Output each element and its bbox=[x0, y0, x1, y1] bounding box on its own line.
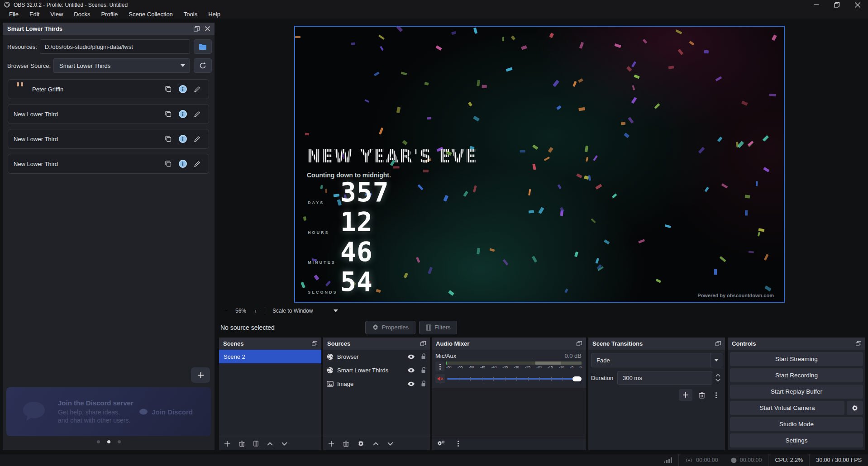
scene-filters-icon[interactable] bbox=[253, 441, 258, 447]
chat-bubble-icon bbox=[21, 400, 47, 423]
lower-third-row[interactable]: New Lower Third bbox=[8, 154, 209, 174]
volume-slider[interactable] bbox=[447, 376, 582, 382]
visibility-eye-icon[interactable] bbox=[407, 354, 415, 359]
properties-button[interactable]: Properties bbox=[365, 321, 415, 334]
scale-mode-select[interactable]: Scale to Window bbox=[269, 308, 342, 314]
start-replay-buffer-button[interactable]: Start Replay Buffer bbox=[730, 385, 863, 399]
advanced-audio-gear-icon[interactable] bbox=[437, 440, 445, 447]
restore-button[interactable] bbox=[826, 0, 847, 10]
menu-help[interactable]: Help bbox=[203, 10, 226, 19]
add-source-icon[interactable] bbox=[328, 441, 334, 447]
copy-icon[interactable] bbox=[165, 135, 172, 143]
copy-icon[interactable] bbox=[165, 110, 172, 118]
add-scene-icon[interactable] bbox=[224, 441, 230, 447]
info-icon[interactable] bbox=[179, 135, 187, 143]
close-panel-icon[interactable] bbox=[205, 26, 210, 31]
popout-icon[interactable] bbox=[577, 341, 582, 346]
browse-folder-button[interactable] bbox=[194, 39, 212, 54]
edit-pencil-icon[interactable] bbox=[194, 161, 200, 167]
menu-scene-collection[interactable]: Scene Collection bbox=[123, 10, 178, 19]
browser-source-select[interactable]: Smart Lower Thirds bbox=[53, 58, 190, 73]
move-source-down-icon[interactable] bbox=[387, 442, 393, 446]
discord-banner[interactable]: Join the Discord server Get help, share … bbox=[6, 387, 211, 436]
refresh-button[interactable] bbox=[194, 58, 212, 73]
copy-icon[interactable] bbox=[165, 160, 172, 167]
visibility-eye-icon[interactable] bbox=[407, 381, 415, 386]
move-scene-down-icon[interactable] bbox=[281, 442, 287, 446]
join-discord-button[interactable]: Join Discord bbox=[139, 408, 193, 416]
edit-pencil-icon[interactable] bbox=[194, 86, 200, 93]
zoom-in-button[interactable]: + bbox=[250, 308, 261, 314]
add-transition-button[interactable] bbox=[679, 389, 692, 401]
popout-icon[interactable] bbox=[715, 341, 721, 346]
info-icon[interactable] bbox=[179, 85, 187, 93]
source-properties-gear-icon[interactable] bbox=[358, 440, 364, 447]
start-recording-button[interactable]: Start Recording bbox=[730, 368, 863, 382]
remove-transition-trash-icon[interactable] bbox=[699, 392, 705, 399]
carousel-dot[interactable] bbox=[97, 440, 100, 443]
info-icon[interactable] bbox=[179, 110, 187, 118]
source-row[interactable]: Image bbox=[323, 377, 430, 390]
lock-icon[interactable] bbox=[421, 353, 426, 360]
lower-third-row[interactable]: Peter Griffin bbox=[8, 79, 209, 99]
tick: -35 bbox=[503, 365, 508, 369]
discord-icon bbox=[139, 409, 148, 415]
duration-input[interactable]: 300 ms bbox=[617, 371, 712, 385]
move-source-up-icon[interactable] bbox=[373, 442, 379, 446]
lower-thirds-list: Peter Griffin New Lower Third New Lower … bbox=[3, 79, 215, 174]
preview-canvas[interactable]: NEW YEAR'S EVE Counting down to midnight… bbox=[294, 26, 785, 303]
menu-file[interactable]: File bbox=[4, 10, 24, 19]
remove-scene-trash-icon[interactable] bbox=[239, 441, 245, 447]
start-streaming-button[interactable]: Start Streaming bbox=[730, 352, 863, 366]
edit-pencil-icon[interactable] bbox=[194, 111, 200, 118]
menu-profile[interactable]: Profile bbox=[95, 10, 123, 19]
scenes-header[interactable]: Scenes bbox=[219, 338, 321, 350]
smart-lower-thirds-header[interactable]: Smart Lower Thirds bbox=[3, 23, 215, 35]
add-lower-third-button[interactable] bbox=[191, 367, 210, 383]
channel-menu-kebab[interactable] bbox=[435, 361, 444, 371]
menu-view[interactable]: View bbox=[45, 10, 68, 19]
zoom-out-button[interactable]: − bbox=[220, 308, 231, 314]
filters-button[interactable]: Filters bbox=[419, 321, 457, 334]
popout-icon[interactable] bbox=[856, 341, 861, 346]
popout-icon[interactable] bbox=[312, 341, 317, 346]
settings-button[interactable]: Settings bbox=[730, 433, 863, 447]
lower-third-row[interactable]: New Lower Third bbox=[8, 104, 209, 124]
volume-slider-handle[interactable] bbox=[572, 376, 582, 381]
start-virtual-camera-button[interactable]: Start Virtual Camera bbox=[730, 401, 844, 415]
controls-header[interactable]: Controls bbox=[728, 338, 865, 350]
popout-icon[interactable] bbox=[194, 26, 200, 32]
duration-spinner[interactable] bbox=[713, 371, 722, 385]
source-row[interactable]: Smart Lower Thirds bbox=[323, 363, 430, 377]
menu-docks[interactable]: Docks bbox=[68, 10, 95, 19]
transition-menu-kebab[interactable] bbox=[711, 390, 720, 400]
minimize-button[interactable] bbox=[806, 0, 826, 10]
scenes-title: Scenes bbox=[223, 340, 244, 347]
menu-tools[interactable]: Tools bbox=[178, 10, 203, 19]
audio-mixer-header[interactable]: Audio Mixer bbox=[432, 338, 586, 350]
info-icon[interactable] bbox=[179, 160, 187, 168]
close-window-button[interactable] bbox=[847, 0, 868, 10]
scene-item-selected[interactable]: Scene 2 bbox=[219, 350, 321, 363]
virtual-camera-settings-button[interactable] bbox=[847, 401, 863, 415]
transition-select[interactable]: Fade bbox=[591, 353, 722, 367]
lock-icon[interactable] bbox=[421, 367, 426, 373]
resources-input[interactable]: D:/obs/obs-studio/plugin-data/lwst bbox=[40, 39, 190, 54]
mixer-menu-kebab[interactable] bbox=[453, 439, 463, 449]
visibility-eye-icon[interactable] bbox=[407, 368, 415, 373]
lower-third-row[interactable]: New Lower Third bbox=[8, 129, 209, 149]
carousel-dot[interactable] bbox=[118, 440, 121, 443]
move-scene-up-icon[interactable] bbox=[267, 442, 273, 446]
mute-button[interactable] bbox=[435, 374, 445, 383]
edit-pencil-icon[interactable] bbox=[194, 136, 200, 143]
lock-icon[interactable] bbox=[421, 380, 426, 387]
carousel-dot-active[interactable] bbox=[107, 440, 110, 443]
sources-header[interactable]: Sources bbox=[323, 338, 430, 350]
menu-edit[interactable]: Edit bbox=[24, 10, 45, 19]
remove-source-trash-icon[interactable] bbox=[343, 441, 349, 447]
studio-mode-button[interactable]: Studio Mode bbox=[730, 417, 863, 431]
copy-icon[interactable] bbox=[165, 86, 172, 93]
transitions-header[interactable]: Scene Transitions bbox=[588, 338, 725, 350]
popout-icon[interactable] bbox=[420, 341, 426, 346]
source-row[interactable]: Browser bbox=[323, 350, 430, 363]
